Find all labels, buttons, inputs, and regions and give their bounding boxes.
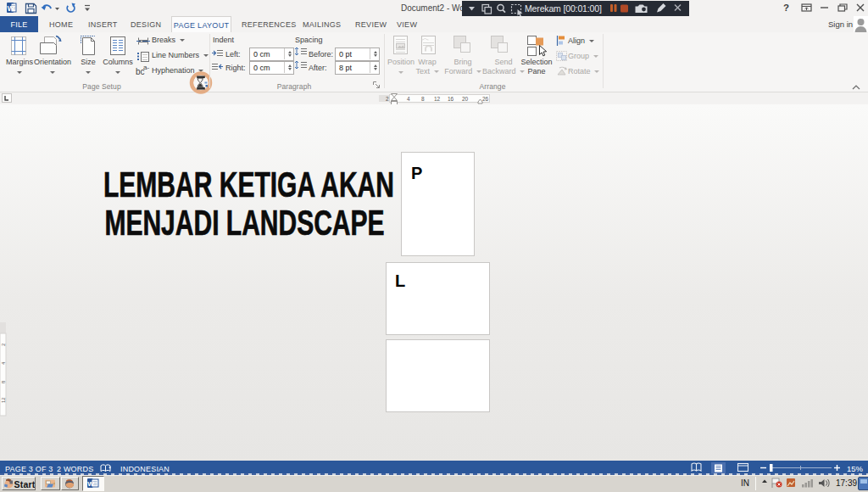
svg-text:12: 12 — [434, 96, 441, 102]
svg-text:16: 16 — [448, 96, 454, 102]
svg-text:Start: Start — [14, 479, 36, 489]
svg-text:2: 2 — [386, 96, 389, 102]
svg-text:8: 8 — [421, 96, 425, 102]
svg-text:20: 20 — [462, 96, 469, 102]
svg-text:26: 26 — [482, 96, 489, 102]
svg-text:W: W — [87, 480, 94, 488]
svg-text:?: ? — [783, 3, 789, 13]
svg-text:W: W — [8, 4, 15, 13]
svg-text:Merekam [00:01:00]: Merekam [00:01:00] — [525, 3, 602, 14]
svg-text:12: 12 — [1, 397, 6, 403]
svg-text:a-: a- — [143, 64, 149, 71]
svg-text:4: 4 — [407, 96, 410, 102]
